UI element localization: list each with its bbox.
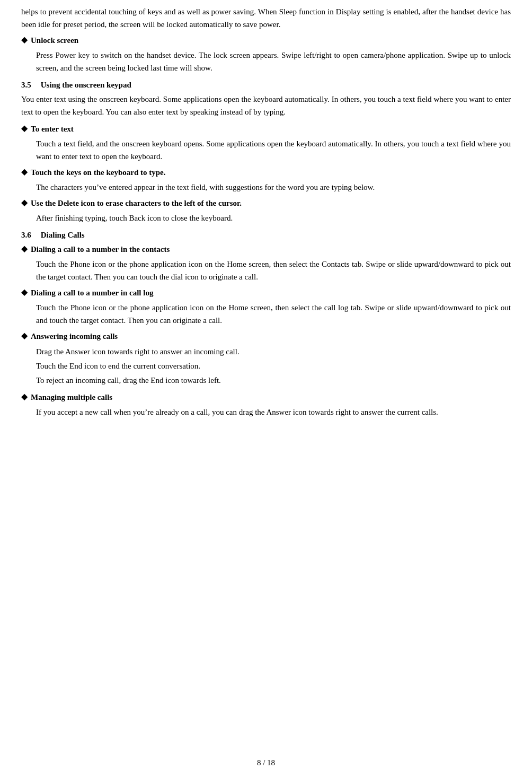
enter-text-title: To enter text xyxy=(31,123,74,135)
unlock-screen-body: Press Power key to switch on the handset… xyxy=(36,49,511,74)
delete-icon-title: Use the Delete icon to erase characters … xyxy=(31,197,242,209)
touch-keys-title: Touch the keys on the keyboard to type. xyxy=(31,166,165,179)
section-36-title: Dialing Calls xyxy=(41,231,85,240)
unlock-screen-header: ◆ Unlock screen xyxy=(21,34,511,47)
bullet-diamond-answering: ◆ xyxy=(21,330,28,340)
managing-calls-title: Managing multiple calls xyxy=(31,391,112,404)
section-35-num: 3.5 xyxy=(21,81,31,90)
answering-line-1: Drag the Answer icon towards right to an… xyxy=(36,345,511,359)
delete-icon-header: ◆ Use the Delete icon to erase character… xyxy=(21,197,511,209)
section-35-intro: You enter text using the onscreen keyboa… xyxy=(21,93,511,118)
dial-contacts-body: Touch the Phone icon or the phone applic… xyxy=(36,258,511,283)
dial-calllog-body: Touch the Phone icon or the phone applic… xyxy=(36,301,511,327)
unlock-screen-title: Unlock screen xyxy=(31,34,78,47)
bullet-diamond-managing: ◆ xyxy=(21,391,28,401)
answering-lines: Drag the Answer icon towards right to an… xyxy=(36,345,511,388)
touch-keys-section: ◆ Touch the keys on the keyboard to type… xyxy=(21,166,511,194)
dial-calllog-title: Dialing a call to a number in call log xyxy=(31,286,153,299)
section-36-num: 3.6 xyxy=(21,231,31,240)
touch-keys-body: The characters you’ve entered appear in … xyxy=(36,181,511,194)
dial-contacts-title: Dialing a call to a number in the contac… xyxy=(31,243,170,256)
dial-calllog-header: ◆ Dialing a call to a number in call log xyxy=(21,286,511,299)
answering-section: ◆ Answering incoming calls Drag the Answ… xyxy=(21,330,511,388)
managing-calls-section: ◆ Managing multiple calls If you accept … xyxy=(21,391,511,418)
dial-contacts-section: ◆ Dialing a call to a number in the cont… xyxy=(21,243,511,283)
answering-line-3: To reject an incoming call, drag the End… xyxy=(36,373,511,388)
answering-header: ◆ Answering incoming calls xyxy=(21,330,511,343)
dial-contacts-header: ◆ Dialing a call to a number in the cont… xyxy=(21,243,511,256)
bullet-diamond-contacts: ◆ xyxy=(21,243,28,253)
answering-line-2: Touch the End icon to end the current co… xyxy=(36,359,511,373)
bullet-diamond-enter-text: ◆ xyxy=(21,123,28,133)
dial-calllog-section: ◆ Dialing a call to a number in call log… xyxy=(21,286,511,327)
delete-icon-section: ◆ Use the Delete icon to erase character… xyxy=(21,197,511,224)
enter-text-section: ◆ To enter text Touch a text field, and … xyxy=(21,123,511,163)
touch-keys-header: ◆ Touch the keys on the keyboard to type… xyxy=(21,166,511,179)
delete-icon-body: After finishing typing, touch Back icon … xyxy=(36,212,511,224)
managing-calls-body: If you accept a new call when you’re alr… xyxy=(36,406,511,418)
page-footer: 8 / 18 xyxy=(0,758,532,767)
bullet-diamond-calllog: ◆ xyxy=(21,287,28,297)
bullet-diamond-delete: ◆ xyxy=(21,197,28,207)
unlock-screen-section: ◆ Unlock screen Press Power key to switc… xyxy=(21,34,511,74)
managing-calls-header: ◆ Managing multiple calls xyxy=(21,391,511,404)
bullet-diamond-touch-keys: ◆ xyxy=(21,167,28,177)
enter-text-body: Touch a text field, and the onscreen key… xyxy=(36,137,511,163)
intro-paragraph: helps to prevent accidental touching of … xyxy=(21,5,511,31)
section-35-heading: 3.5 Using the onscreen keypad xyxy=(21,81,511,90)
section-36-heading: 3.6 Dialing Calls xyxy=(21,231,511,240)
answering-title: Answering incoming calls xyxy=(31,330,118,343)
bullet-diamond-unlock: ◆ xyxy=(21,34,28,45)
page-container: helps to prevent accidental touching of … xyxy=(0,0,532,778)
section-35-title: Using the onscreen keypad xyxy=(41,81,131,90)
enter-text-header: ◆ To enter text xyxy=(21,123,511,135)
